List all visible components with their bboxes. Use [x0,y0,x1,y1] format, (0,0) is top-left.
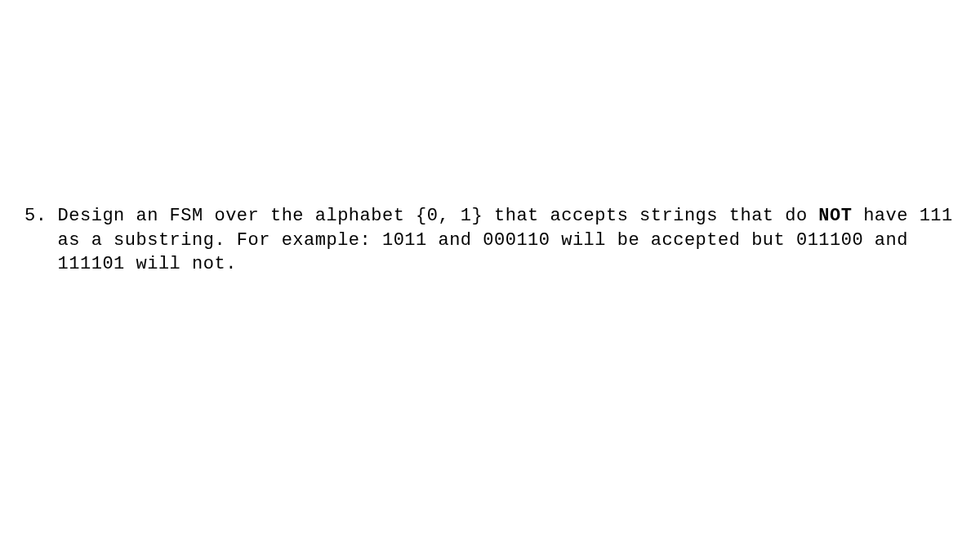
question-text: Design an FSM over the alphabet {0, 1} t… [58,204,956,277]
question-number: 5. [24,204,47,229]
text-bold-not: NOT [818,206,852,226]
question-block: 5. Design an FSM over the alphabet {0, 1… [24,204,956,277]
text-part-1: Design an FSM over the alphabet {0, 1} t… [58,206,819,226]
